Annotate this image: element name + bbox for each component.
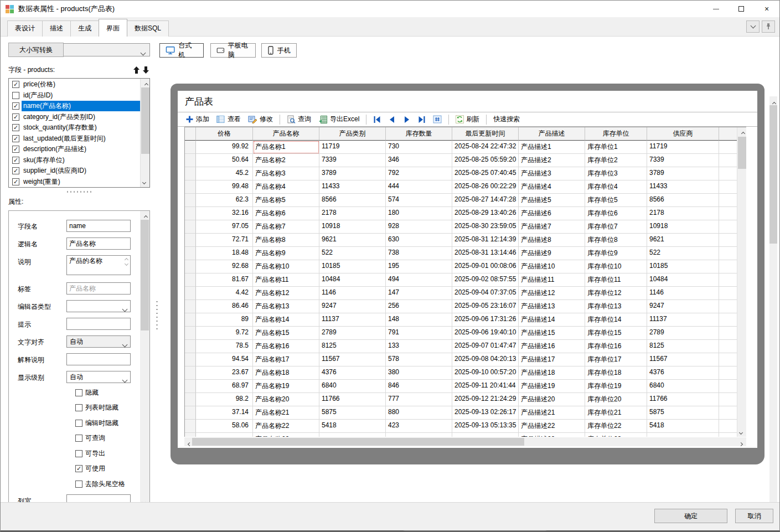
grid-cell-filler[interactable]	[719, 406, 737, 420]
grid-cell-filler[interactable]	[719, 300, 737, 313]
grid-cell[interactable]: 产品描述4	[519, 180, 585, 194]
textarea-scroll-arrows[interactable]	[123, 257, 130, 265]
grid-cell[interactable]: 5418	[647, 420, 719, 433]
tab-description[interactable]: 描述	[42, 20, 71, 37]
grid-cell[interactable]: 8566	[319, 194, 386, 207]
grid-cell[interactable]: 5875	[319, 406, 386, 420]
grid-cell[interactable]: 11137	[319, 313, 386, 327]
grid-header-cell[interactable]: 库存单位	[585, 127, 647, 141]
grid-cell[interactable]: 产品描述1	[519, 141, 585, 154]
editor-type-combobox[interactable]	[66, 300, 131, 312]
device-phone-button[interactable]: 手机	[261, 43, 297, 58]
grid-row-header[interactable]	[185, 167, 196, 180]
grid-cell[interactable]: 产品名称18	[253, 366, 319, 380]
scrollbar-thumb[interactable]	[192, 438, 524, 446]
move-field-down-button[interactable]	[143, 66, 149, 74]
grid-header-cell[interactable]: 产品描述	[519, 127, 585, 141]
grid-cell-filler[interactable]	[719, 234, 737, 247]
grid-cell[interactable]: 11567	[319, 353, 386, 366]
grid-cell[interactable]: 791	[386, 327, 452, 340]
grid-cell[interactable]: 库存单位12	[585, 287, 647, 300]
grid-cell[interactable]: 10185	[647, 260, 719, 273]
field-list-item[interactable]: ✓sku(库存单位)	[9, 155, 140, 166]
query-button[interactable]: 查询	[285, 113, 313, 125]
grid-cell[interactable]: 4.42	[196, 287, 253, 300]
grid-cell[interactable]: 产品名称1	[253, 141, 319, 154]
grid-cell[interactable]: 2025-09-10 00:57:20	[452, 366, 519, 380]
grid-row-header[interactable]	[185, 273, 196, 287]
grid-cell[interactable]	[452, 433, 519, 437]
option-row[interactable]: 可查询	[75, 435, 149, 442]
option-checkbox[interactable]	[75, 450, 82, 457]
grid-cell[interactable]: 9.72	[196, 327, 253, 340]
grid-cell[interactable]: 产品描述12	[519, 287, 585, 300]
grid-cell[interactable]: 产品名称4	[253, 180, 319, 194]
grid-cell[interactable]: 10484	[647, 273, 719, 287]
hint-input[interactable]	[66, 318, 131, 330]
grid-cell[interactable]: 444	[386, 180, 452, 194]
grid-row[interactable]: 78.5产品名称1681251332025-09-07 01:47:47产品描述…	[185, 340, 746, 353]
grid-cell[interactable]: 2025-09-04 07:37:05	[452, 287, 519, 300]
grid-row[interactable]: 99.92产品名称1117197302025-08-24 22:47:32产品描…	[185, 141, 746, 154]
grid-cell-filler[interactable]	[719, 260, 737, 273]
grid-cell[interactable]: 产品名称12	[253, 287, 319, 300]
grid-cell[interactable]: 库存单位11	[585, 273, 647, 287]
grid-cell-filler[interactable]	[719, 287, 737, 300]
refresh-button[interactable]: 刷新	[453, 113, 482, 125]
grid-cell[interactable]: 产品描述18	[519, 366, 585, 380]
grid-cell[interactable]: 产品名称10	[253, 260, 319, 273]
scroll-down-icon[interactable]	[739, 431, 743, 435]
grid-row-header[interactable]	[185, 340, 196, 353]
grid-cell[interactable]: 2025-08-24 22:47:32	[452, 141, 519, 154]
grid-cell[interactable]: 产品描述21	[519, 406, 585, 420]
grid-row[interactable]: 89产品名称14111371482025-09-06 17:31:26产品描述1…	[185, 313, 746, 327]
grid-row-partial[interactable]: 产品名称23产品描述23库存单位23	[185, 433, 746, 437]
grid-row-header[interactable]	[185, 366, 196, 380]
grid-cell[interactable]: 库存单位10	[585, 260, 647, 273]
grid-cell[interactable]: 880	[386, 406, 452, 420]
grid-cell[interactable]: 8125	[319, 340, 386, 353]
grid-cell[interactable]: 4376	[647, 366, 719, 380]
grid-cell-filler[interactable]	[719, 433, 737, 437]
logical-name-input[interactable]	[66, 237, 131, 250]
grid-cell-filler[interactable]	[719, 313, 737, 327]
grid-cell[interactable]: 10484	[319, 273, 386, 287]
grid-cell[interactable]: 产品描述15	[519, 327, 585, 340]
grid-cell[interactable]: 37.14	[196, 406, 253, 420]
grid-cell-filler[interactable]	[719, 393, 737, 406]
grid-cell-filler[interactable]	[719, 167, 737, 180]
field-list-item[interactable]: ✓supplier_id(供应商ID)	[9, 166, 140, 177]
description-textarea[interactable]: 产品的名称	[66, 255, 131, 275]
maximize-button[interactable]	[729, 1, 754, 17]
scrollbar-thumb[interactable]	[141, 220, 149, 330]
grid-cell[interactable]: 8566	[647, 194, 719, 207]
grid-cell[interactable]: 11719	[319, 141, 386, 154]
grid-vertical-scrollbar[interactable]	[737, 127, 746, 437]
grid-cell[interactable]: 1146	[647, 287, 719, 300]
grid-cell-filler[interactable]	[719, 247, 737, 260]
grid-cell[interactable]: 9247	[319, 300, 386, 313]
grid-row-header[interactable]	[185, 380, 196, 393]
grid-cell[interactable]: 148	[386, 313, 452, 327]
case-convert-button[interactable]: 大小写转换	[8, 43, 64, 57]
properties-scrollbar[interactable]	[140, 211, 149, 507]
grid-cell[interactable]: 346	[386, 154, 452, 167]
grid-row[interactable]: 45.2产品名称337897922025-08-25 07:40:45产品描述3…	[185, 167, 746, 180]
grid-cell[interactable]: 2025-09-13 05:13:35	[452, 420, 519, 433]
grid-row[interactable]: 37.14产品名称2158758802025-09-13 02:26:17产品描…	[185, 406, 746, 420]
prev-page-button[interactable]	[386, 115, 398, 125]
grid-cell[interactable]: 产品描述2	[519, 154, 585, 167]
grid-row-header[interactable]	[185, 287, 196, 300]
grid-cell[interactable]: 133	[386, 340, 452, 353]
collapse-panel-button[interactable]	[746, 20, 760, 33]
grid-cell[interactable]: 2025-08-30 23:59:05	[452, 220, 519, 234]
grid-cell[interactable]: 2025-09-11 20:41:44	[452, 380, 519, 393]
grid-cell[interactable]: 产品名称11	[253, 273, 319, 287]
grid-cell[interactable]: 产品名称15	[253, 327, 319, 340]
grid-cell-filler[interactable]	[719, 141, 737, 154]
grid-cell[interactable]: 578	[386, 353, 452, 366]
grid-cell[interactable]: 库存单位21	[585, 406, 647, 420]
grid-cell[interactable]: 78.5	[196, 340, 253, 353]
modify-button[interactable]: 修改	[246, 113, 275, 125]
grid-cell[interactable]: 18.48	[196, 247, 253, 260]
